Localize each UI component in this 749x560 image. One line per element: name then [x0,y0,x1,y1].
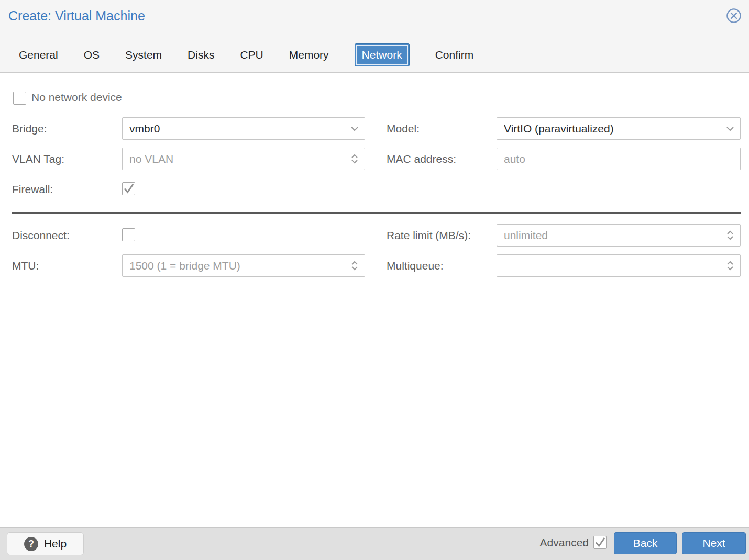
no-network-device-label: No network device [31,91,122,104]
dialog-title: Create: Virtual Machine [8,8,145,24]
check-icon [123,183,135,195]
rate-limit-spin-buttons[interactable] [720,225,740,246]
tab-bar: General OS System Disks CPU Memory Netwo… [19,42,473,68]
vlan-tag-spin-buttons[interactable] [345,148,365,170]
vlan-tag-spinner [122,148,365,170]
vlan-tag-label: VLAN Tag: [12,153,64,165]
section-divider [12,212,741,214]
tab-confirm[interactable]: Confirm [435,44,474,66]
tab-network[interactable]: Network [355,43,410,66]
tab-disks[interactable]: Disks [188,44,214,66]
help-button[interactable]: ? Help [7,532,84,555]
chevron-up-icon [726,261,734,265]
model-input[interactable] [497,118,740,139]
bridge-input[interactable] [123,118,365,139]
bridge-combobox [122,117,365,140]
question-mark-icon: ? [24,537,38,551]
back-button[interactable]: Back [614,532,677,554]
chevron-up-icon [351,261,358,265]
model-combobox [497,117,741,140]
mtu-spin-buttons[interactable] [345,255,365,276]
mac-address-label: MAC address: [387,153,456,165]
rate-limit-spinner [497,224,741,247]
model-label: Model: [387,122,420,135]
chevron-down-icon [351,159,358,164]
chevron-down-icon [351,266,358,271]
mac-address-field [497,148,741,170]
create-vm-dialog: Create: Virtual Machine General OS Syste… [0,0,749,560]
dialog-footer: ? Help Advanced Back Next [0,527,749,560]
vlan-tag-input[interactable] [123,148,365,170]
multiqueue-label: Multiqueue: [387,260,444,272]
bridge-label: Bridge: [12,122,47,135]
tab-general[interactable]: General [19,44,58,66]
mtu-label: MTU: [12,260,39,272]
disconnect-label: Disconnect: [12,229,70,242]
dialog-header: Create: Virtual Machine General OS Syste… [0,0,749,73]
next-button[interactable]: Next [682,532,746,554]
disconnect-checkbox[interactable] [122,228,135,241]
advanced-checkbox[interactable] [593,536,607,549]
chevron-up-icon [726,230,734,235]
chevron-down-icon [726,236,734,240]
mtu-spinner [122,254,365,277]
advanced-label: Advanced [540,536,589,549]
close-button[interactable] [725,8,742,25]
check-icon [594,536,606,548]
bridge-dropdown-trigger[interactable] [345,118,365,139]
multiqueue-spin-buttons[interactable] [720,255,740,276]
firewall-label: Firewall: [12,183,53,196]
chevron-down-icon [726,266,734,271]
tab-cpu[interactable]: CPU [240,44,263,66]
rate-limit-label: Rate limit (MB/s): [387,229,471,242]
no-network-device-checkbox[interactable] [13,92,26,105]
advanced-toggle: Advanced [540,536,607,549]
rate-limit-input[interactable] [497,225,740,246]
tab-memory[interactable]: Memory [289,44,329,66]
multiqueue-spinner [497,254,741,277]
mtu-input[interactable] [123,255,365,276]
firewall-checkbox[interactable] [122,182,135,195]
chevron-down-icon [726,126,734,131]
close-icon [725,7,742,26]
model-dropdown-trigger[interactable] [720,118,740,139]
network-tab-panel: No network device Bridge: Model: VLAN Ta… [0,73,749,527]
chevron-up-icon [351,154,358,159]
help-button-label: Help [44,537,67,550]
multiqueue-input[interactable] [497,255,740,276]
chevron-down-icon [350,126,359,131]
tab-system[interactable]: System [125,44,162,66]
mac-address-input[interactable] [497,148,740,170]
tab-os[interactable]: OS [84,44,100,66]
